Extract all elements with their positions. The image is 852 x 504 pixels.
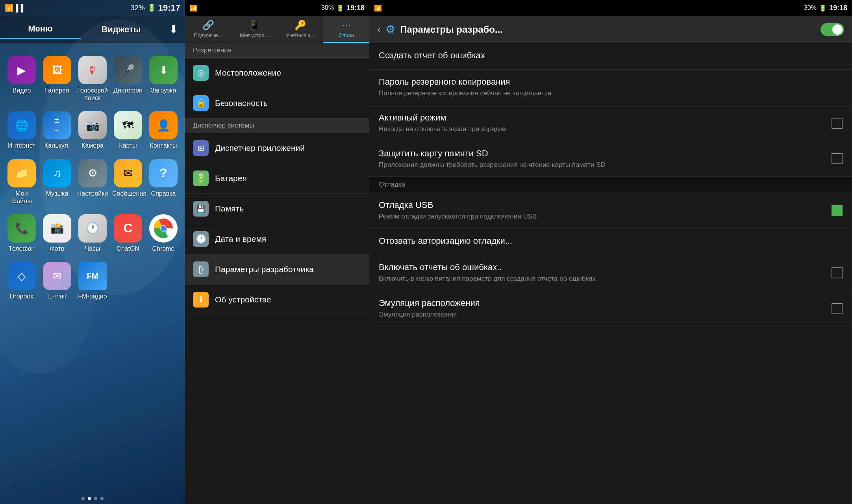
app-email[interactable]: ✉ E-mail (39, 257, 75, 305)
camera-label: Камера (81, 142, 104, 149)
download-icon: ⬇ (169, 23, 178, 36)
chrome-label: Chrome (152, 245, 175, 252)
dev-item-location-emulation[interactable]: Эмуляция расположения Эмуляция расположе… (369, 291, 852, 327)
location-icon: ◎ (193, 65, 209, 81)
app-chaton[interactable]: C ChatON (110, 209, 146, 257)
app-music[interactable]: ♫ Музыка (39, 154, 75, 209)
dev-item-error-reports[interactable]: Включать отчеты об ошибках.. Включить в … (369, 255, 852, 291)
settings-item-battery[interactable]: 🔋 Батарея (185, 163, 369, 194)
app-maps[interactable]: 🗺 Карты (110, 106, 146, 154)
datetime-label: Дата и время (215, 234, 266, 244)
dev-toggle[interactable] (821, 23, 844, 36)
app-voice[interactable]: 🎙 Голосовой поиск (75, 51, 110, 106)
devopt-label: Параметры разработчика (215, 265, 314, 274)
dev-wifi-icon: 📶 (374, 4, 382, 12)
status-right: 32% 🔋 19:17 (131, 3, 180, 13)
wifi-icon: 📶 (5, 4, 13, 12)
settings-item-memory[interactable]: 💾 Память (185, 194, 369, 224)
gallery-icon: 🖼 (43, 56, 71, 84)
app-gallery[interactable]: 🖼 Галерея (39, 51, 75, 106)
app-phone[interactable]: 📞 Телефон (4, 209, 39, 257)
app-camera[interactable]: 📷 Камера (75, 106, 110, 154)
settings-status-bar: 📶 30% 🔋 19:18 (185, 0, 369, 16)
dot-2[interactable] (88, 497, 91, 500)
settings-item-security[interactable]: 🔒 Безопасность (185, 88, 369, 119)
chaton-label: ChatON (117, 245, 139, 252)
error-reports-text: Включать отчеты об ошибках.. Включить в … (379, 262, 832, 284)
app-dropbox[interactable]: ◇ Dropbox (4, 257, 39, 305)
settings-wifi-icon: 📶 (190, 4, 198, 12)
clock: 19:17 (158, 3, 180, 13)
settings-item-devopt[interactable]: {} Параметры разработчика (185, 254, 369, 285)
settings-section-header: Разрешения (185, 43, 369, 58)
app-settings[interactable]: ⚙ Настройки (75, 154, 110, 209)
settings-icon: ⚙ (78, 159, 107, 187)
dropbox-label: Dropbox (10, 293, 33, 300)
battery-percent: 32% (131, 4, 145, 12)
fmradio-label: FM-радио (78, 293, 107, 300)
app-fmradio[interactable]: FM FM-радио (75, 257, 110, 305)
dev-item-bug-report[interactable]: Создать отчет об ошибках (369, 43, 852, 70)
accounts-icon: 🔑 (294, 20, 306, 31)
dev-item-active-mode[interactable]: Активный режим Никогда не отключать экра… (369, 106, 852, 141)
app-video[interactable]: ▶ Видео (4, 51, 39, 106)
dev-header: ‹ ⚙ Параметры разрабо... (369, 16, 852, 43)
app-myfiles[interactable]: 📁 Мои файлы (4, 154, 39, 209)
video-label: Видео (13, 87, 31, 94)
dot-4[interactable] (100, 497, 104, 500)
usb-debug-row: Отладка USB Режим отладки запускается пр… (379, 200, 843, 221)
battery-icon: 🔋 (147, 4, 156, 12)
dev-clock: 19:18 (829, 4, 847, 12)
back-button[interactable]: ‹ (377, 23, 381, 36)
usb-debug-checkbox[interactable]: ✓ (832, 205, 843, 216)
app-messages[interactable]: ✉ Сообщения (110, 154, 146, 209)
location-emulation-checkbox[interactable] (832, 303, 843, 314)
app-grid: ▶ Видео 🖼 Галерея 🎙 Голосовой поиск 🎤 Ди… (0, 43, 185, 493)
video-icon: ▶ (7, 56, 36, 84)
dot-3[interactable] (94, 497, 97, 500)
app-help[interactable]: ? Справка (146, 154, 181, 209)
app-downloads[interactable]: ⬇ Загрузки (146, 51, 181, 106)
app-calc[interactable]: ±− Калькул. (39, 106, 75, 154)
app-internet[interactable]: 🌐 Интернет (4, 106, 39, 154)
active-mode-checkbox[interactable] (832, 118, 843, 129)
dev-item-backup-password[interactable]: Пароль резервного копирования Полное рез… (369, 70, 852, 106)
tab-widgets[interactable]: Виджеты (81, 20, 161, 39)
app-dictaphone[interactable]: 🎤 Диктофон (110, 51, 146, 106)
tab-mydevice[interactable]: 📱 Мое устро... (231, 16, 277, 43)
settings-item-appmanager[interactable]: ⊞ Диспетчер приложений (185, 133, 369, 163)
tab-menu[interactable]: Меню (0, 20, 81, 39)
voice-label: Голосовой поиск (77, 87, 108, 102)
dev-item-revoke-auth[interactable]: Отозвать авторизацию отладки... (369, 229, 852, 255)
dev-status-bar: 📶 30% 🔋 19:18 (369, 0, 852, 16)
active-mode-text: Активный режим Никогда не отключать экра… (379, 113, 832, 134)
protect-sd-checkbox[interactable] (832, 153, 843, 164)
home-screen: 📶 ▌▌ 32% 🔋 19:17 Меню Виджеты ⬇ ▶ Видео … (0, 0, 185, 504)
calc-icon: ±− (43, 111, 71, 139)
location-emulation-text: Эмуляция расположения Эмуляция расположе… (379, 298, 832, 319)
settings-item-location[interactable]: ◎ Местоположение (185, 58, 369, 88)
dot-1[interactable] (81, 497, 85, 500)
tab-options[interactable]: ⋯ Опции (323, 16, 369, 43)
app-photos[interactable]: 📸 Фото (39, 209, 75, 257)
tab-accounts[interactable]: 🔑 Учетные з... (277, 16, 323, 43)
system-manager-header: Диспетчер системы (185, 119, 369, 133)
settings-item-aboutdevice[interactable]: ℹ Об устройстве (185, 285, 369, 315)
app-clock[interactable]: 🕐 Часы (75, 209, 110, 257)
accounts-label: Учетные з... (286, 32, 315, 38)
status-left: 📶 ▌▌ (5, 4, 26, 12)
help-label: Справка (151, 190, 176, 197)
dev-battery-icon: 🔋 (819, 4, 827, 12)
error-reports-checkbox[interactable] (832, 267, 843, 278)
app-contacts[interactable]: 👤 Контакты (146, 106, 181, 154)
settings-clock: 19:18 (346, 4, 365, 12)
app-chrome[interactable]: Chrome (146, 209, 181, 257)
dev-item-title: Создать отчет об ошибках (379, 50, 485, 62)
dev-item-protect-sd[interactable]: Защитить карту памяти SD Приложения долж… (369, 141, 852, 177)
download-button[interactable]: ⬇ (161, 23, 185, 36)
usb-debug-text: Отладка USB Режим отладки запускается пр… (379, 200, 832, 221)
tab-connections[interactable]: 🔗 Подключе... (185, 16, 231, 43)
battery-icon-settings: 🔋 (193, 170, 209, 186)
settings-item-datetime[interactable]: 🕐 Дата и время (185, 224, 369, 254)
dev-item-usb-debug[interactable]: Отладка USB Режим отладки запускается пр… (369, 193, 852, 229)
